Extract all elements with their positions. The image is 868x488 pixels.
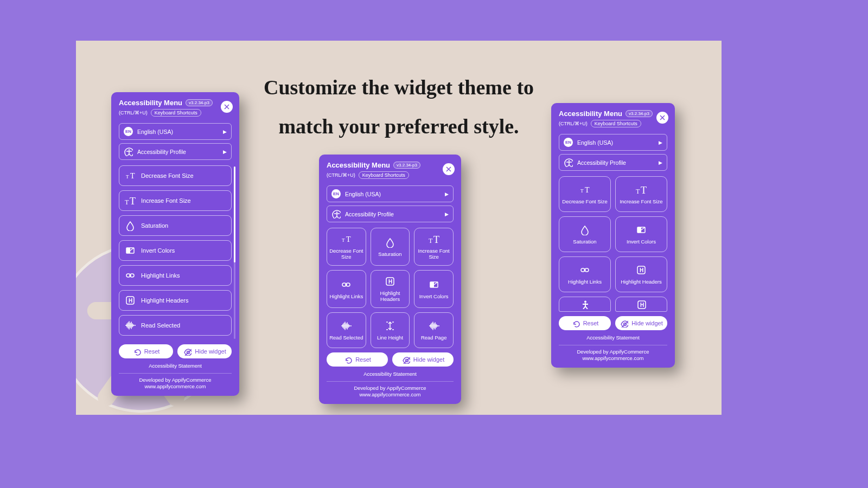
option-label: Highlight Headers (141, 297, 188, 304)
developer-credit: Developed by AppifyCommerce www.appifyco… (119, 373, 232, 390)
options-list: Decrease Font SizeIncrease Font SizeSatu… (119, 165, 232, 340)
version-badge: v3.2.34-p3 (186, 99, 213, 106)
link-icon (341, 279, 352, 290)
panel-title: Accessibility Menu (559, 110, 622, 118)
reset-button[interactable]: Reset (327, 352, 388, 367)
option-droplet[interactable]: Saturation (371, 228, 410, 266)
widget-preview-grid3: Accessibility Menu v3.2.34-p3 (CTRL/⌘+U)… (319, 155, 461, 404)
options-grid: Decrease Font SizeSaturationIncrease Fon… (327, 228, 454, 348)
option-font-increase[interactable]: Increase Font Size (119, 190, 232, 211)
h-box-icon (636, 299, 646, 309)
profile-selector[interactable]: Accessibility Profile ▶ (327, 206, 454, 222)
reset-icon (571, 319, 580, 328)
reset-button[interactable]: Reset (119, 344, 173, 358)
close-icon (443, 164, 454, 175)
wave-icon (429, 320, 439, 331)
option-droplet[interactable]: Saturation (119, 215, 232, 236)
language-label: English (USA) (577, 139, 613, 146)
option-font-increase[interactable]: Increase Font Size (414, 228, 454, 266)
close-button[interactable] (221, 101, 233, 113)
profile-selector[interactable]: Accessibility Profile ▶ (559, 154, 667, 171)
option-label: Highlight Headers (621, 279, 662, 285)
option-label: Decrease Font Size (562, 198, 607, 204)
font-decrease-icon (125, 170, 136, 181)
reset-icon (132, 347, 141, 356)
option-invert[interactable]: Invert Colors (414, 270, 454, 308)
option-wave[interactable]: Read Selected (119, 315, 232, 336)
option-label: Read Page (421, 335, 447, 341)
option-font-decrease[interactable]: Decrease Font Size (559, 176, 611, 212)
language-selector[interactable]: EN English (USA) ▶ (327, 185, 454, 202)
options-grid-partial (559, 297, 667, 312)
option-label: Read Selected (141, 322, 180, 329)
option-label: Increase Font Size (417, 248, 451, 260)
language-selector[interactable]: EN English (USA) ▶ (559, 134, 667, 151)
hide-widget-button[interactable]: Hide widget (392, 352, 454, 367)
option-font-increase[interactable]: Increase Font Size (615, 176, 667, 212)
scrollbar-thumb[interactable] (234, 166, 235, 262)
chevron-right-icon: ▶ (445, 191, 449, 197)
chevron-right-icon: ▶ (445, 211, 449, 217)
chevron-right-icon: ▶ (223, 129, 227, 134)
accessibility-statement-link[interactable]: Accessibility Statement (119, 363, 232, 369)
eye-off-icon (183, 347, 192, 356)
accessibility-statement-link[interactable]: Accessibility Statement (327, 371, 454, 377)
option-label: Saturation (141, 222, 168, 229)
option-h-box[interactable]: Highlight Headers (615, 256, 667, 292)
option-label: Invert Colors (419, 293, 449, 299)
hide-widget-button[interactable]: Hide widget (177, 344, 232, 358)
option-partial-person[interactable] (559, 297, 611, 312)
developer-credit: Developed by AppifyCommerce www.appifyco… (327, 381, 454, 399)
accessibility-statement-link[interactable]: Accessibility Statement (559, 335, 667, 341)
option-h-box[interactable]: Highlight Headers (119, 290, 232, 311)
close-icon (221, 101, 232, 112)
widget-preview-grid2: Accessibility Menu v3.2.34-p3 (CTRL/⌘+U)… (551, 103, 675, 368)
close-icon (657, 112, 668, 123)
option-line-height[interactable]: Line Height (371, 312, 410, 348)
option-label: Decrease Font Size (329, 248, 363, 260)
profile-label: Accessibility Profile (137, 149, 186, 155)
option-wave[interactable]: Read Page (414, 312, 454, 348)
option-label: Highlight Links (568, 279, 602, 285)
option-label: Increase Font Size (141, 197, 191, 204)
language-label: English (USA) (345, 191, 381, 197)
option-label: Line Height (377, 335, 403, 341)
option-label: Read Selected (329, 335, 363, 341)
option-invert[interactable]: Invert Colors (615, 216, 667, 252)
invert-icon (429, 279, 439, 290)
option-droplet[interactable]: Saturation (559, 216, 611, 252)
font-increase-icon (429, 234, 439, 245)
option-link[interactable]: Highlight Links (559, 256, 611, 292)
keyboard-shortcuts-badge[interactable]: Keyboard Shortcuts (359, 171, 409, 179)
profile-label: Accessibility Profile (577, 159, 626, 166)
option-label: Invert Colors (141, 247, 175, 254)
option-label: Saturation (573, 239, 596, 245)
close-button[interactable] (656, 112, 668, 124)
hide-widget-button[interactable]: Hide widget (615, 316, 667, 330)
language-selector[interactable]: EN English (USA) ▶ (119, 123, 232, 140)
link-icon (579, 265, 590, 275)
keyboard-shortcuts-badge[interactable]: Keyboard Shortcuts (151, 109, 201, 117)
option-font-decrease[interactable]: Decrease Font Size (119, 165, 232, 186)
options-grid: Decrease Font SizeIncrease Font SizeSatu… (559, 176, 667, 292)
option-partial-h-box[interactable] (615, 297, 667, 312)
invert-icon (636, 224, 647, 235)
option-invert[interactable]: Invert Colors (119, 240, 232, 261)
option-font-decrease[interactable]: Decrease Font Size (327, 228, 366, 266)
reset-button[interactable]: Reset (559, 316, 611, 330)
keyboard-shortcuts-badge[interactable]: Keyboard Shortcuts (591, 120, 641, 127)
close-button[interactable] (443, 163, 455, 175)
option-link[interactable]: Highlight Links (119, 265, 232, 286)
profile-selector[interactable]: Accessibility Profile ▶ (119, 143, 232, 160)
option-label: Highlight Links (329, 293, 363, 299)
option-link[interactable]: Highlight Links (327, 270, 366, 308)
option-h-box[interactable]: Highlight Headers (371, 270, 410, 308)
font-increase-icon (636, 184, 647, 195)
chevron-right-icon: ▶ (659, 140, 662, 145)
wave-icon (125, 320, 136, 331)
accessibility-icon (564, 158, 573, 167)
accessibility-icon (331, 209, 341, 219)
option-wave[interactable]: Read Selected (327, 312, 366, 348)
droplet-icon (579, 224, 590, 235)
shortcut-hint: (CTRL/⌘+U) (327, 172, 355, 178)
